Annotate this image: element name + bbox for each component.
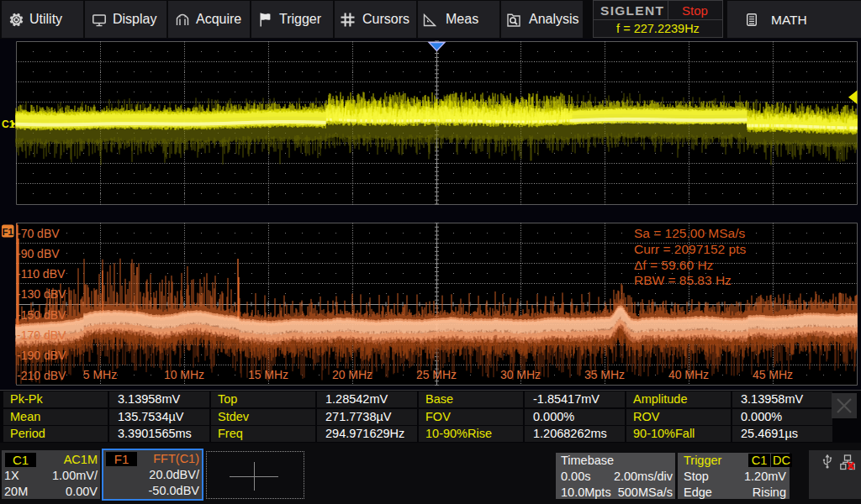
svg-text:-170 dBV: -170 dBV (17, 328, 66, 342)
svg-text:-70 dBV: -70 dBV (17, 227, 60, 240)
svg-text:-110 dBV: -110 dBV (17, 267, 66, 281)
svg-text:Δf = 59.60 Hz: Δf = 59.60 Hz (634, 258, 713, 272)
svg-text:25 MHz: 25 MHz (416, 368, 457, 381)
svg-text:-130 dBV: -130 dBV (17, 287, 66, 301)
svg-text:15 MHz: 15 MHz (248, 368, 288, 381)
svg-text:20 MHz: 20 MHz (332, 368, 372, 381)
svg-text:F1: F1 (2, 227, 13, 237)
svg-text:35 MHz: 35 MHz (584, 368, 625, 381)
svg-text:-190 dBV: -190 dBV (17, 349, 66, 362)
svg-text:-150 dBV: -150 dBV (17, 308, 66, 322)
svg-text:10 MHz: 10 MHz (164, 368, 204, 381)
svg-text:Sa = 125.00 MSa/s: Sa = 125.00 MSa/s (634, 226, 746, 240)
svg-text:5 MHz: 5 MHz (83, 368, 117, 381)
svg-text:40 MHz: 40 MHz (668, 368, 709, 381)
svg-text:45 MHz: 45 MHz (753, 368, 793, 381)
svg-text:RBW = 85.83 Hz: RBW = 85.83 Hz (634, 273, 732, 287)
svg-text:-90 dBV: -90 dBV (17, 247, 60, 260)
svg-text:Curr = 2097152 pts: Curr = 2097152 pts (634, 242, 746, 256)
svg-text:-210 dBV: -210 dBV (17, 369, 66, 382)
svg-text:30 MHz: 30 MHz (500, 368, 541, 381)
